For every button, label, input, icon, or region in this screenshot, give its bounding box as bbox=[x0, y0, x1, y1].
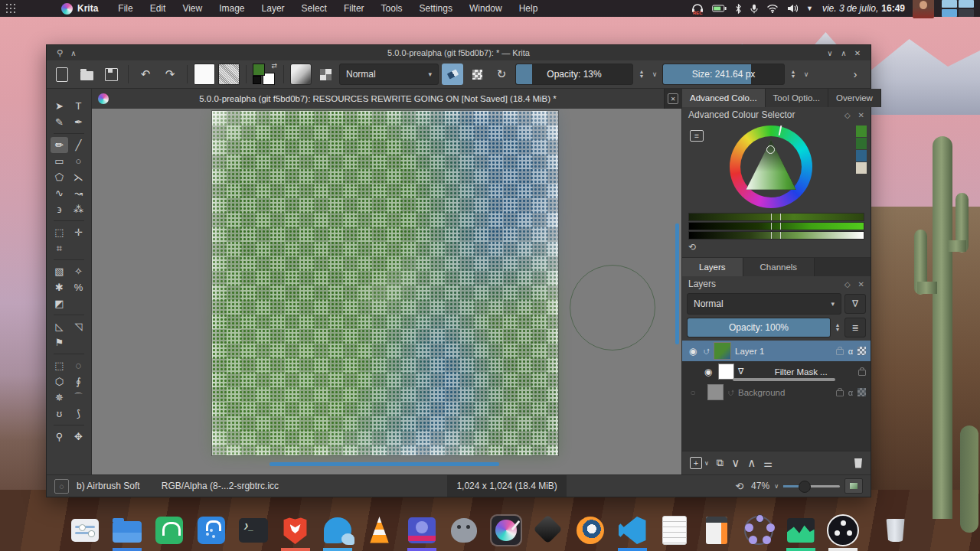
volume-icon[interactable] bbox=[787, 4, 798, 13]
history-swatch-dark-green[interactable] bbox=[856, 138, 867, 149]
shade-icon[interactable]: ∧ bbox=[67, 49, 80, 57]
save-button[interactable] bbox=[100, 64, 122, 85]
swap-colors-icon[interactable]: ⇄ bbox=[271, 62, 277, 70]
menu-settings[interactable]: Settings bbox=[420, 3, 452, 14]
dock-protonvpn-icon[interactable] bbox=[153, 514, 185, 546]
tool-ellipse-select[interactable]: ◌ bbox=[70, 357, 87, 373]
menu-tools[interactable]: Tools bbox=[381, 3, 403, 14]
app-grid-icon[interactable] bbox=[6, 4, 15, 13]
canvas-horizontal-scrollbar[interactable] bbox=[270, 462, 499, 466]
reload-preset-button[interactable]: ↻ bbox=[491, 64, 512, 85]
tool-freehand-brush[interactable]: ✏ bbox=[51, 137, 68, 153]
redo-button[interactable]: ↷ bbox=[159, 64, 181, 85]
tool-bezier-curve[interactable]: ∿ bbox=[51, 185, 68, 201]
memory-history-icon[interactable]: ⟲ bbox=[735, 481, 743, 492]
tool-crop[interactable]: ⌗ bbox=[51, 240, 68, 256]
close-panel-icon[interactable]: ✕ bbox=[858, 111, 864, 119]
tool-color-sampler[interactable]: ✧ bbox=[70, 263, 87, 279]
selector-settings-icon[interactable]: ☰ bbox=[690, 130, 704, 142]
dock-vscode-icon[interactable] bbox=[616, 514, 648, 546]
tool-magnetic-select[interactable]: ʊ bbox=[51, 406, 68, 422]
tool-multibrush[interactable]: ⁂ bbox=[70, 201, 87, 217]
size-slider[interactable]: Size: 241.64 px bbox=[662, 64, 785, 85]
alpha-lock-icon[interactable]: α bbox=[848, 347, 853, 356]
tool-calligraphy[interactable]: ✒ bbox=[70, 114, 87, 130]
dock-brave-browser-icon[interactable] bbox=[279, 514, 312, 546]
inherit-alpha-icon[interactable] bbox=[858, 347, 866, 355]
tool-move[interactable]: ✛ bbox=[70, 224, 87, 240]
history-swatch-beige[interactable] bbox=[856, 162, 867, 174]
brush-preset-thumbnail[interactable] bbox=[290, 64, 312, 85]
virtual-desktop-pager[interactable] bbox=[942, 0, 974, 17]
hue-wheel[interactable] bbox=[730, 126, 812, 208]
float-panel-icon[interactable]: ◇ bbox=[844, 111, 851, 119]
layer-blend-mode-dropdown[interactable]: Normal ▾ bbox=[687, 293, 841, 315]
battery-icon[interactable] bbox=[712, 5, 727, 12]
dock-inkscape-icon[interactable] bbox=[532, 514, 564, 546]
size-spinner[interactable]: ▲▼ bbox=[788, 70, 799, 79]
tool-line[interactable]: ╱ bbox=[70, 137, 87, 153]
move-layer-down-button[interactable]: ∨ bbox=[731, 456, 740, 470]
dock-vlc-icon[interactable] bbox=[364, 514, 396, 546]
saturation-strip[interactable] bbox=[688, 222, 864, 230]
tool-shape-select[interactable]: ➤ bbox=[51, 98, 68, 114]
bluetooth-icon[interactable] bbox=[735, 4, 742, 14]
microphone-icon[interactable] bbox=[750, 4, 758, 14]
tool-pan[interactable]: ✥ bbox=[70, 429, 87, 445]
tool-zoom[interactable]: ⚲ bbox=[51, 429, 68, 445]
preserve-alpha-button[interactable] bbox=[466, 64, 488, 85]
pager-desktop-2[interactable] bbox=[959, 0, 974, 8]
opacity-slider[interactable]: Opacity: 13% bbox=[515, 64, 633, 85]
lock-icon[interactable] bbox=[836, 390, 844, 396]
tab-layers[interactable]: Layers bbox=[682, 258, 743, 276]
blend-mode-dropdown[interactable]: Normal ▾ bbox=[339, 64, 439, 85]
layer-name[interactable]: Background bbox=[738, 388, 832, 397]
pager-desktop-3[interactable] bbox=[942, 9, 957, 17]
tool-pattern-edit[interactable]: % bbox=[70, 279, 87, 295]
close-button[interactable]: ✕ bbox=[851, 49, 864, 57]
dock-trash-icon[interactable] bbox=[880, 514, 912, 546]
visibility-icon[interactable]: ◉ bbox=[702, 367, 714, 377]
tool-smart-patch[interactable]: ✱ bbox=[51, 279, 68, 295]
layer-thumbnail[interactable] bbox=[714, 342, 731, 360]
dock-krita-icon[interactable] bbox=[490, 514, 522, 546]
tool-polygon[interactable]: ⬠ bbox=[51, 169, 68, 185]
tray-expand-icon[interactable]: ▼ bbox=[806, 5, 813, 12]
move-layer-up-button[interactable]: ∧ bbox=[747, 456, 756, 470]
clock[interactable]: vie. 3 de julio,16:49 bbox=[822, 3, 905, 14]
layer-row-layer1[interactable]: ◉ ⮍ Layer 1 α bbox=[682, 341, 871, 361]
screen-recorder-icon[interactable]: REC bbox=[691, 4, 704, 14]
tool-rect-select[interactable]: ⬚ bbox=[51, 357, 68, 373]
tool-transform[interactable]: ⬚ bbox=[51, 224, 68, 240]
undo-button[interactable]: ↶ bbox=[135, 64, 156, 85]
lock-icon[interactable] bbox=[836, 349, 844, 355]
dock-blender-icon[interactable] bbox=[574, 514, 606, 546]
float-panel-icon[interactable]: ◇ bbox=[844, 280, 851, 289]
tool-freehand-select[interactable]: ∮ bbox=[70, 373, 87, 390]
layer-row-filter-mask[interactable]: ◉ ∇ Filter Mask ... bbox=[682, 361, 871, 382]
tool-gradient[interactable]: ▧ bbox=[51, 263, 68, 279]
dock-calculator-icon[interactable] bbox=[701, 514, 733, 546]
color-profile[interactable]: RGB/Alpha (8-...2-srgbtrc.icc bbox=[162, 481, 279, 491]
tool-ellipse[interactable]: ○ bbox=[70, 153, 87, 169]
layers-panel-header[interactable]: Layers ◇✕ bbox=[682, 276, 871, 292]
menu-help[interactable]: Help bbox=[519, 3, 538, 14]
mask-thumbnail[interactable] bbox=[718, 364, 734, 380]
current-brush-name[interactable]: b) Airbrush Soft bbox=[77, 481, 140, 491]
new-document-button[interactable] bbox=[51, 64, 73, 85]
layer-opacity-spinner[interactable]: ▲▼ bbox=[834, 323, 841, 332]
zoom-caret-icon[interactable]: ∨ bbox=[774, 483, 779, 490]
tool-bezier-select[interactable]: ⌒ bbox=[70, 390, 87, 406]
tool-polygon-select[interactable]: ⬡ bbox=[51, 373, 68, 390]
dock-system-settings-icon[interactable] bbox=[69, 514, 101, 546]
mask-name[interactable]: Filter Mask ... bbox=[747, 367, 854, 377]
dock-system-monitor-icon[interactable] bbox=[785, 514, 817, 546]
menu-edit[interactable]: Edit bbox=[150, 3, 166, 14]
alpha-lock-icon[interactable]: α bbox=[848, 388, 853, 397]
tab-tool-options[interactable]: Tool Optio... bbox=[766, 89, 828, 107]
layer-row-background[interactable]: ○ ⮍ Background α bbox=[682, 382, 871, 403]
tool-reference-images[interactable]: ⚑ bbox=[51, 334, 68, 350]
layer-thumbnail[interactable] bbox=[707, 384, 724, 400]
color-selector-handle[interactable] bbox=[766, 145, 775, 154]
visibility-icon[interactable]: ○ bbox=[687, 387, 699, 398]
